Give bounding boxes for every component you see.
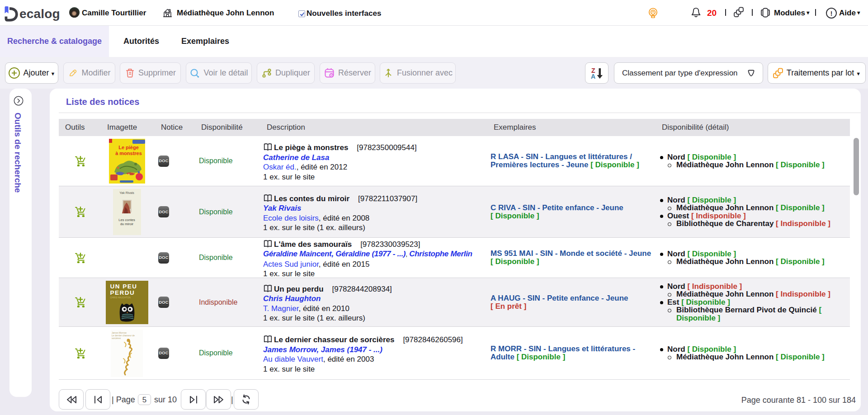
svg-text:ecalog: ecalog (19, 7, 60, 21)
svg-text:!: ! (830, 10, 833, 17)
svg-text:A: A (591, 73, 595, 80)
